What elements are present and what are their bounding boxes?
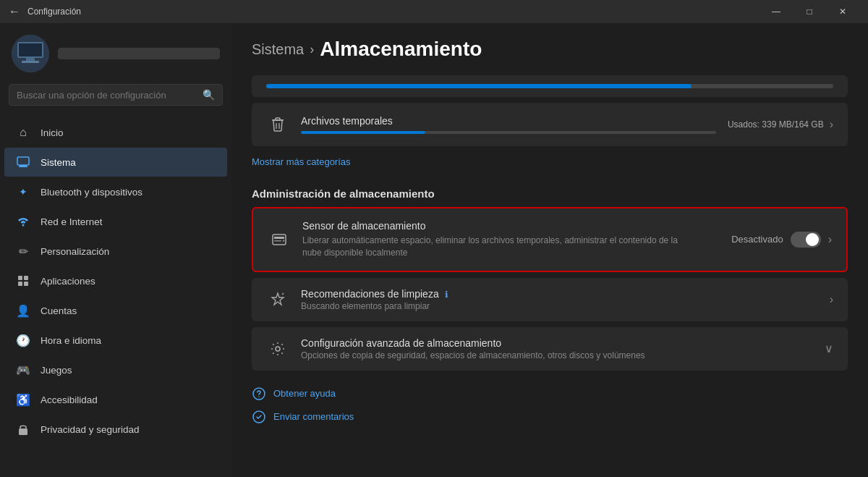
app-container: 🔍 ⌂ Inicio Sistema ✦ Bluet (0, 23, 868, 477)
recomendaciones-chevron: › (830, 293, 833, 306)
recomendaciones-title: Recomendaciones de limpieza ℹ (301, 288, 818, 300)
archivos-temporales-content: Archivos temporales (301, 115, 716, 134)
sidebar-item-aplicaciones[interactable]: Aplicaciones (4, 266, 227, 295)
accounts-icon: 👤 (16, 303, 30, 318)
recomendaciones-title-text: Recomendaciones de limpieza (301, 288, 439, 300)
recomendaciones-content: Recomendaciones de limpieza ℹ Buscando e… (301, 288, 818, 311)
sidebar-item-bluetooth[interactable]: ✦ Bluetooth y dispositivos (4, 177, 227, 206)
svg-rect-18 (274, 237, 284, 239)
sidebar-item-accesibilidad[interactable]: ♿ Accesibilidad (4, 385, 227, 414)
recomendaciones-subtitle: Buscando elementos para limpiar (301, 301, 818, 311)
svg-point-24 (258, 396, 260, 397)
sensor-almacenamiento-card: Sensor de almacenamiento Liberar automát… (252, 207, 848, 272)
footer-links: Obtener ayuda Enviar comentarios (252, 376, 848, 434)
bluetooth-icon: ✦ (16, 185, 30, 199)
sidebar-item-label-cuentas: Cuentas (41, 305, 77, 316)
feedback-icon (252, 410, 266, 424)
obtener-ayuda-link[interactable]: Obtener ayuda (252, 382, 848, 405)
breadcrumb-parent[interactable]: Sistema (252, 41, 304, 58)
recomendaciones-icon (266, 288, 289, 311)
maximize-button[interactable]: □ (793, 0, 826, 23)
show-more-link[interactable]: Mostrar más categorías (252, 152, 351, 177)
search-icon: 🔍 (203, 89, 215, 101)
breadcrumb-current: Almacenamiento (320, 38, 482, 61)
accessibility-icon: ♿ (16, 392, 30, 407)
sidebar-item-label-aplicaciones: Aplicaciones (41, 276, 95, 287)
search-input[interactable] (17, 90, 197, 101)
config-avanzada-icon (266, 337, 289, 360)
sidebar: 🔍 ⌂ Inicio Sistema ✦ Bluet (0, 23, 231, 477)
recomendaciones-row[interactable]: Recomendaciones de limpieza ℹ Buscando e… (252, 278, 848, 321)
sidebar-item-label-bluetooth: Bluetooth y dispositivos (41, 187, 142, 198)
avatar (12, 35, 49, 72)
sensor-right: Desactivado › (731, 232, 832, 248)
svg-rect-19 (274, 240, 281, 242)
storage-top-bar (252, 75, 848, 97)
config-avanzada-subtitle: Opciones de copia de seguridad, espacios… (301, 350, 813, 360)
sidebar-item-label-juegos: Juegos (41, 365, 72, 376)
games-icon: 🎮 (16, 363, 30, 377)
titlebar-controls: — □ ✕ (760, 0, 859, 23)
sidebar-item-label-inicio: Inicio (41, 127, 64, 138)
recomendaciones-info-icon: ℹ (445, 290, 448, 300)
sidebar-item-hora[interactable]: 🕐 Hora e idioma (4, 326, 227, 355)
config-avanzada-card: Configuración avanzada de almacenamiento… (252, 327, 848, 371)
apps-icon (16, 274, 30, 288)
privacy-icon (16, 422, 30, 436)
svg-rect-11 (18, 282, 22, 286)
search-box[interactable]: 🔍 (9, 84, 223, 106)
svg-rect-7 (19, 166, 27, 168)
sidebar-item-personalizacion[interactable]: ✏ Personalización (4, 237, 227, 266)
sidebar-item-privacidad[interactable]: Privacidad y seguridad (4, 415, 227, 444)
sidebar-item-sistema[interactable]: Sistema (4, 148, 227, 177)
svg-rect-2 (19, 43, 42, 56)
archivos-temporales-right: Usados: 339 MB/164 GB › (728, 118, 833, 131)
archivos-temporales-fill (301, 131, 425, 134)
sidebar-item-label-red: Red e Internet (41, 216, 103, 227)
config-avanzada-content: Configuración avanzada de almacenamiento… (301, 337, 813, 360)
main-content: Sistema › Almacenamiento (231, 23, 868, 477)
svg-rect-17 (273, 235, 286, 245)
archivos-temporales-row[interactable]: Archivos temporales Usados: 339 MB/164 G… (252, 103, 848, 146)
obtener-ayuda-text: Obtener ayuda (273, 388, 336, 399)
sensor-almacenamiento-row[interactable]: Sensor de almacenamiento Liberar automát… (253, 208, 846, 271)
system-icon (16, 155, 30, 169)
sidebar-item-juegos[interactable]: 🎮 Juegos (4, 355, 227, 384)
storage-bar-track (266, 84, 833, 88)
back-icon[interactable]: ← (9, 5, 20, 18)
sidebar-item-label-accesibilidad: Accesibilidad (41, 394, 98, 405)
svg-rect-14 (272, 119, 284, 121)
config-avanzada-right: ∨ (825, 342, 833, 355)
svg-rect-5 (17, 157, 29, 165)
config-avanzada-row[interactable]: Configuración avanzada de almacenamiento… (252, 327, 848, 371)
minimize-button[interactable]: — (760, 0, 793, 23)
sensor-content: Sensor de almacenamiento Liberar automát… (302, 220, 720, 259)
svg-rect-13 (19, 429, 27, 435)
trash-icon (266, 113, 289, 136)
enviar-comentarios-link[interactable]: Enviar comentarios (252, 405, 848, 429)
close-button[interactable]: ✕ (826, 0, 859, 23)
enviar-comentarios-text: Enviar comentarios (273, 411, 354, 422)
sidebar-item-red[interactable]: Red e Internet (4, 207, 227, 236)
sensor-toggle[interactable] (791, 232, 821, 248)
breadcrumb: Sistema › Almacenamiento (252, 38, 848, 61)
toggle-label: Desactivado (731, 234, 783, 245)
sidebar-item-inicio[interactable]: ⌂ Inicio (4, 118, 227, 147)
sidebar-item-label-hora: Hora e idioma (41, 335, 101, 346)
sensor-chevron: › (828, 233, 832, 246)
sidebar-item-label-personalizacion: Personalización (41, 246, 109, 257)
svg-point-20 (283, 240, 284, 241)
config-avanzada-title: Configuración avanzada de almacenamiento (301, 337, 813, 349)
sidebar-profile (0, 23, 231, 81)
config-avanzada-chevron: ∨ (825, 342, 833, 355)
svg-rect-4 (22, 61, 39, 63)
network-icon (16, 214, 30, 229)
svg-point-8 (22, 224, 25, 227)
admin-section-title: Administración de almacenamiento (252, 187, 848, 200)
sidebar-item-cuentas[interactable]: 👤 Cuentas (4, 296, 227, 325)
svg-rect-10 (24, 276, 28, 280)
sidebar-item-label-sistema: Sistema (41, 157, 76, 168)
svg-line-21 (282, 293, 284, 295)
sensor-description: Liberar automáticamente espacio, elimina… (302, 235, 678, 259)
help-icon (252, 387, 266, 401)
